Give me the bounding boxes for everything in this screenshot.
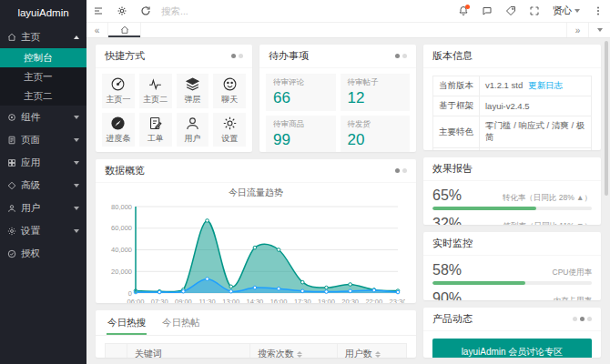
traffic-chart-svg: 020,00040,00060,00080,00006:0007:3009:00… — [101, 199, 405, 303]
layers-icon — [185, 76, 200, 92]
product-news-card: 产品动态 layuiAdmin 会员讨论专区 — [423, 308, 601, 358]
todo-pending-shipments: 待发货 20 — [341, 116, 411, 152]
metric-value: 65% — [432, 187, 462, 204]
fullscreen-button[interactable] — [523, 0, 546, 23]
version-row: 基于框架 layui-v2.4.5 — [433, 96, 592, 116]
tag-button[interactable] — [499, 0, 523, 23]
todo-pending-posts: 待审帖子 12 — [341, 74, 411, 111]
shortcut-chat[interactable]: 聊天 — [213, 74, 246, 108]
carousel-dot[interactable] — [573, 317, 577, 321]
gear-icon — [222, 116, 238, 131]
messages-button[interactable] — [475, 0, 499, 23]
conversion-metric: 65% 转化率（日同比 28% ▲） — [432, 187, 592, 210]
sidebar-item-components[interactable]: 组件 — [0, 106, 86, 128]
card-title: 版本信息 — [432, 49, 473, 63]
sidebar-item-senior[interactable]: 高级 — [0, 174, 86, 197]
hot-tabs: 今日热搜 今日热帖 — [96, 310, 416, 336]
carousel-dot[interactable] — [231, 54, 236, 58]
todo-grid: 待审评论 66 待审帖子 12 待审商品 99 — [259, 68, 416, 152]
progress-bar — [432, 207, 592, 210]
notification-badge — [465, 5, 470, 9]
changelog-link[interactable]: 更新日志 — [528, 80, 563, 90]
searches-column-header[interactable]: 搜索次数 — [250, 344, 338, 359]
member-forum-button[interactable]: layuiAdmin 会员讨论专区 — [432, 339, 592, 358]
sidebar-item-user[interactable]: 用户 — [0, 197, 86, 219]
carousel-dot[interactable] — [580, 317, 585, 321]
theme-button[interactable] — [110, 0, 134, 23]
carousel-dot[interactable] — [395, 168, 400, 173]
sort-icon[interactable] — [375, 351, 381, 358]
user-menu[interactable]: 贤心 — [546, 0, 586, 23]
svg-text:16:00: 16:00 — [270, 298, 288, 303]
settings-icon — [7, 227, 16, 236]
layuiadmin-app: layuiAdmin 主页 控制台 主页一 主页二 组件 页面 — [0, 0, 610, 364]
caret-up-icon — [74, 35, 79, 39]
shortcut-layer[interactable]: 弹层 — [177, 74, 209, 108]
tab-hot-posts[interactable]: 今日热帖 — [161, 310, 201, 335]
version-value: v1.2.1 std更新日志 — [480, 76, 592, 96]
scrollbar-thumb[interactable] — [605, 41, 608, 196]
svg-text:06:00: 06:00 — [127, 298, 145, 303]
svg-text:20:30: 20:30 — [341, 298, 359, 303]
version-value: layui-v2.4.5 — [480, 96, 592, 116]
progress-fill — [432, 281, 525, 285]
users-column-header[interactable]: 用户数 — [338, 344, 407, 359]
sidebar-item-console[interactable]: 控制台 — [0, 48, 86, 67]
sidebar-item-label: 应用 — [21, 157, 40, 169]
shortcut-home2[interactable]: 主页二 — [139, 74, 172, 108]
cpu-metric: 58% CPU使用率 — [432, 262, 592, 285]
todo-value: 99 — [273, 131, 329, 149]
shortcut-settings[interactable]: 设置 — [213, 113, 246, 147]
carousel-dot[interactable] — [239, 54, 243, 58]
search-input[interactable] — [161, 5, 270, 16]
svg-text:20,000: 20,000 — [111, 268, 132, 276]
sidebar-item-home[interactable]: 主页 — [0, 25, 86, 48]
checkin-metric: 32% 签到率（日同比 11% ▼） — [432, 216, 592, 226]
tab-hot-search[interactable]: 今日热搜 — [107, 310, 147, 335]
carousel-dot[interactable] — [395, 54, 400, 58]
gauge-icon — [110, 76, 126, 92]
tabs-scroll-right-button[interactable]: » — [566, 23, 588, 37]
svg-text:14:30: 14:30 — [247, 298, 264, 303]
carousel-dot[interactable] — [402, 168, 407, 173]
sidebar-item-settings[interactable]: 设置 — [0, 219, 86, 242]
shortcut-home1[interactable]: 主页一 — [102, 74, 135, 108]
notifications-button[interactable] — [452, 0, 475, 23]
shortcut-user[interactable]: 用户 — [177, 113, 209, 147]
sidebar-item-auth[interactable]: 授权 — [0, 242, 86, 265]
metric-value: 90% — [432, 290, 462, 300]
menu-collapse-button[interactable] — [86, 0, 110, 23]
svg-text:17:30: 17:30 — [294, 298, 311, 303]
realtime-monitor-card: 实时监控 58% CPU使用率 90% — [423, 232, 601, 300]
sidebar-item-apps[interactable]: 应用 — [0, 151, 86, 174]
home-icon — [120, 25, 129, 35]
card-title: 待办事项 — [269, 49, 309, 63]
tabs-menu-button[interactable] — [588, 23, 610, 37]
chat-bubble-icon — [482, 5, 493, 16]
version-info-card: 版本信息 当前版本 v1.2.1 std更新日志 基于框架 layui-v2.4… — [423, 45, 601, 150]
sidebar-item-home1[interactable]: 主页一 — [0, 67, 86, 86]
shortcuts-card: 快捷方式 主页一 主页二 — [96, 45, 252, 152]
refresh-icon — [140, 5, 151, 16]
todo-pending-products: 待审商品 99 — [266, 116, 336, 152]
shortcut-ticket[interactable]: 工单 — [139, 113, 172, 147]
sidebar-item-home2[interactable]: 主页二 — [0, 86, 86, 106]
sort-icon[interactable] — [297, 351, 302, 358]
keyword-column-header: 关键词 — [127, 344, 250, 359]
more-button[interactable] — [586, 0, 610, 23]
version-row: 获取渠道 获取授权 立即下载 — [433, 148, 592, 150]
tabs-scroll-left-button[interactable]: « — [86, 23, 108, 37]
todo-label: 待审商品 — [273, 119, 329, 130]
sidebar-item-pages[interactable]: 页面 — [0, 128, 86, 151]
tab-home[interactable] — [108, 23, 141, 37]
product-body: layuiAdmin 会员讨论专区 — [423, 331, 601, 358]
sidebar-item-label: 用户 — [21, 202, 40, 215]
progress-bar — [432, 281, 592, 285]
fullscreen-icon — [529, 5, 540, 16]
shortcut-label: 弹层 — [184, 94, 200, 106]
carousel-dot[interactable] — [587, 317, 592, 321]
caret-down-icon — [74, 161, 79, 165]
shortcut-progress[interactable]: 进度条 — [102, 113, 135, 147]
carousel-dot[interactable] — [402, 54, 407, 58]
refresh-button[interactable] — [134, 0, 158, 23]
